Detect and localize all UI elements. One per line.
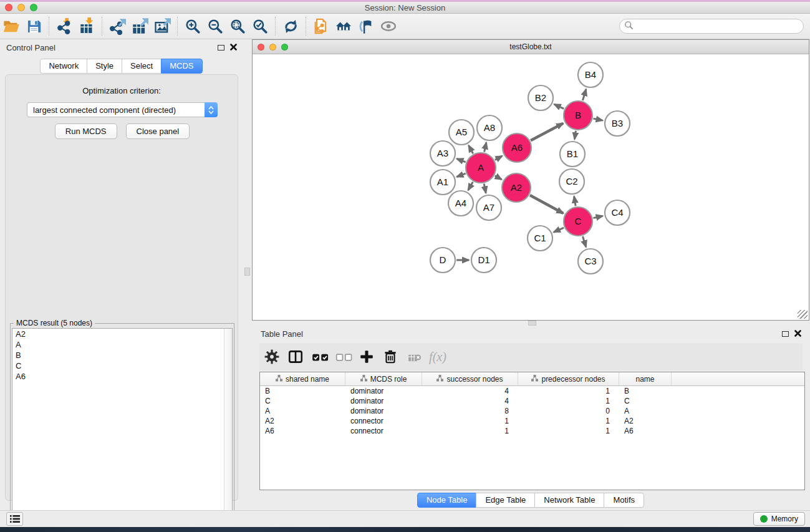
table-cell[interactable]: 1 <box>518 416 619 426</box>
table-row[interactable]: A6connector11A6 <box>260 426 804 436</box>
table-cell[interactable]: A2 <box>260 416 345 426</box>
graph-node-B[interactable]: B <box>564 101 592 130</box>
run-mcds-button[interactable]: Run MCDS <box>55 123 117 139</box>
graph-edge-C-C1[interactable] <box>554 228 564 232</box>
tab-motifs[interactable]: Motifs <box>604 493 644 508</box>
table-cell[interactable]: 1 <box>518 426 619 436</box>
table-cell[interactable]: A <box>260 406 345 416</box>
graph-edge-C-C3[interactable] <box>583 236 586 247</box>
export-image-icon[interactable] <box>151 16 173 37</box>
memory-button[interactable]: Memory <box>753 512 805 526</box>
vertical-splitter-handle[interactable] <box>244 268 250 276</box>
import-network-icon[interactable] <box>53 16 75 37</box>
table-cell[interactable]: C <box>619 396 672 406</box>
task-history-button[interactable] <box>6 512 23 526</box>
zoom-selected-icon[interactable] <box>249 16 271 37</box>
graph-edge-B-B4[interactable] <box>582 89 586 100</box>
tab-network-table[interactable]: Network Table <box>534 493 604 508</box>
criterion-dropdown[interactable]: largest connected component (directed) <box>27 102 218 117</box>
trash-icon[interactable] <box>379 346 402 367</box>
table-cell[interactable]: A6 <box>260 426 345 436</box>
mcds-list-scrollbar[interactable] <box>224 329 232 528</box>
table-cell[interactable]: 0 <box>518 406 619 416</box>
graph-edge-B-B3[interactable] <box>594 118 603 120</box>
tab-select[interactable]: Select <box>122 59 162 74</box>
graph-node-B2[interactable]: B2 <box>528 85 553 110</box>
graph-node-B4[interactable]: B4 <box>578 62 603 87</box>
graph-node-D1[interactable]: D1 <box>471 248 496 273</box>
close-panel-button[interactable]: Close panel <box>126 123 190 139</box>
main-titlebar[interactable]: Session: New Session <box>0 2 810 14</box>
tab-node-table[interactable]: Node Table <box>417 493 477 508</box>
refresh-icon[interactable] <box>279 16 302 37</box>
column-header-successor-nodes[interactable]: successor nodes <box>422 372 518 385</box>
plus-icon[interactable] <box>355 346 378 367</box>
table-cell[interactable]: dominator <box>345 396 422 406</box>
import-table-icon[interactable] <box>75 16 98 37</box>
graph-edge-A-A4[interactable] <box>468 182 473 190</box>
column-header-shared-name[interactable]: shared name <box>260 372 345 385</box>
mcds-result-item[interactable]: B <box>12 350 232 360</box>
table-cell[interactable]: 4 <box>422 396 518 406</box>
graph-node-A4[interactable]: A4 <box>448 191 473 216</box>
table-cell[interactable]: dominator <box>345 406 422 416</box>
float-table-panel-icon[interactable] <box>782 331 789 337</box>
graph-edge-C-C4[interactable] <box>593 216 602 218</box>
network-document-icon[interactable] <box>310 16 332 37</box>
table-cell[interactable]: connector <box>345 416 422 426</box>
graph-node-A7[interactable]: A7 <box>476 195 501 220</box>
mcds-result-item[interactable]: C <box>12 360 232 371</box>
graph-node-A2[interactable]: A2 <box>502 173 531 202</box>
mcds-result-item[interactable]: A2 <box>12 329 232 339</box>
graph-edge-A-A1[interactable] <box>457 173 466 177</box>
network-graph-canvas[interactable]: B4 B2 B B3 A5 A8 A6 A3 B1 A C2 A1 A2 <box>253 55 808 320</box>
graph-edge-A-A3[interactable] <box>457 159 466 162</box>
graph-edge-A-A5[interactable] <box>469 145 473 153</box>
graph-node-C2[interactable]: C2 <box>559 169 584 194</box>
network-window-titlebar[interactable]: testGlobe.txt <box>253 40 809 54</box>
close-table-panel-icon[interactable] <box>794 328 801 339</box>
table-row[interactable]: Bdominator41B <box>260 386 804 396</box>
close-panel-icon[interactable] <box>230 42 237 53</box>
float-panel-icon[interactable] <box>218 45 224 51</box>
vertical-splitter[interactable] <box>243 39 252 510</box>
mcds-result-list[interactable]: A2ABCA6 <box>12 328 233 529</box>
table-row[interactable]: Cdominator41C <box>260 396 804 406</box>
table-cell[interactable]: 8 <box>422 406 518 416</box>
table-cell[interactable]: connector <box>345 426 422 436</box>
table-cell[interactable]: 1 <box>518 396 619 406</box>
table-cell[interactable]: 1 <box>422 426 518 436</box>
tab-mcds[interactable]: MCDS <box>161 59 202 74</box>
graph-node-C[interactable]: C <box>564 207 592 236</box>
resize-grip[interactable] <box>798 310 808 319</box>
mcds-result-item[interactable]: A <box>12 339 232 350</box>
table-row[interactable]: Adominator80A <box>260 406 804 416</box>
graph-edge-A-A7[interactable] <box>484 184 486 193</box>
graph-node-A[interactable]: A <box>466 153 496 183</box>
graph-node-B3[interactable]: B3 <box>605 111 630 136</box>
column-header-name[interactable]: name <box>619 372 672 385</box>
checkboxes-checked-icon[interactable] <box>308 346 330 367</box>
table-cell[interactable]: 1 <box>422 416 518 426</box>
column-header-predecessor-nodes[interactable]: predecessor nodes <box>518 372 619 385</box>
graph-node-A8[interactable]: A8 <box>477 115 502 140</box>
graph-edge-A6-B[interactable] <box>531 123 563 141</box>
table-cell[interactable]: dominator <box>345 386 422 396</box>
graph-edge-B-B2[interactable] <box>554 104 564 109</box>
horizontal-splitter-handle[interactable] <box>528 321 536 326</box>
zoom-out-icon[interactable] <box>204 16 226 37</box>
graph-edge-A-A8[interactable] <box>485 142 486 152</box>
graph-node-A5[interactable]: A5 <box>449 120 474 145</box>
graph-edge-A-A2[interactable] <box>495 176 502 180</box>
gear-icon[interactable] <box>261 346 283 367</box>
table-cell[interactable]: B <box>619 386 672 396</box>
open-file-icon[interactable] <box>0 16 22 37</box>
graph-node-A3[interactable]: A3 <box>430 141 455 166</box>
export-network-icon[interactable] <box>106 16 128 37</box>
checkboxes-unchecked-icon[interactable] <box>332 346 354 367</box>
home-icon[interactable] <box>332 16 355 37</box>
table-cell[interactable]: 1 <box>518 386 619 396</box>
mcds-result-item[interactable]: A6 <box>12 371 232 382</box>
tab-style[interactable]: Style <box>87 59 122 74</box>
table-cell[interactable]: 4 <box>422 386 518 396</box>
